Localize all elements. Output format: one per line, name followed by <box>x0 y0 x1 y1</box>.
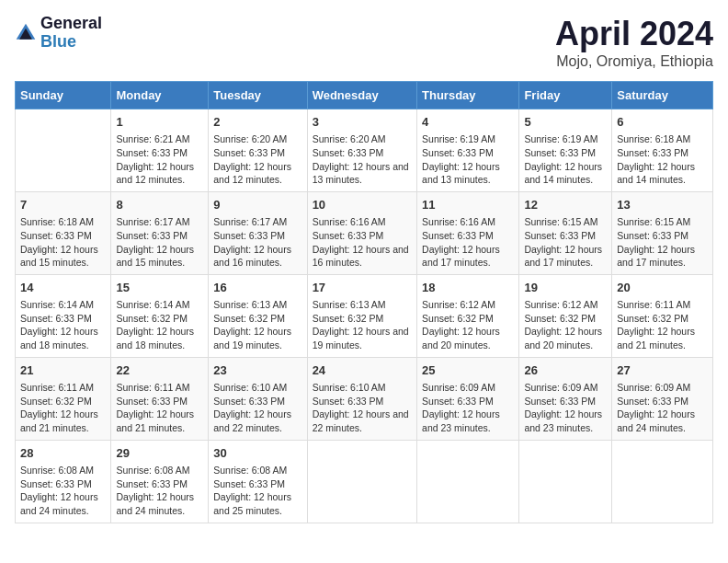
week-row-3: 14Sunrise: 6:14 AMSunset: 6:33 PMDayligh… <box>16 274 713 357</box>
calendar-cell: 24Sunrise: 6:10 AMSunset: 6:33 PMDayligh… <box>307 357 416 440</box>
day-number: 20 <box>617 280 708 296</box>
logo: General Blue <box>15 15 102 52</box>
calendar-header-row: SundayMondayTuesdayWednesdayThursdayFrid… <box>16 82 713 109</box>
page-title: April 2024 <box>555 15 713 53</box>
day-info: Sunrise: 6:10 AMSunset: 6:33 PMDaylight:… <box>313 381 412 435</box>
day-number: 6 <box>617 114 708 131</box>
week-row-4: 21Sunrise: 6:11 AMSunset: 6:32 PMDayligh… <box>16 357 713 440</box>
day-number: 24 <box>313 362 412 379</box>
calendar-cell: 22Sunrise: 6:11 AMSunset: 6:33 PMDayligh… <box>111 357 209 440</box>
week-row-1: 1Sunrise: 6:21 AMSunset: 6:33 PMDaylight… <box>16 109 713 192</box>
day-info: Sunrise: 6:09 AMSunset: 6:33 PMDaylight:… <box>422 381 514 435</box>
calendar-cell <box>307 440 416 523</box>
week-row-2: 7Sunrise: 6:18 AMSunset: 6:33 PMDaylight… <box>16 191 713 274</box>
calendar-cell: 13Sunrise: 6:15 AMSunset: 6:33 PMDayligh… <box>612 191 713 274</box>
day-number: 29 <box>116 445 203 462</box>
day-info: Sunrise: 6:20 AMSunset: 6:33 PMDaylight:… <box>313 132 412 187</box>
day-info: Sunrise: 6:08 AMSunset: 6:33 PMDaylight:… <box>116 464 203 518</box>
day-number: 15 <box>116 280 203 296</box>
day-number: 4 <box>422 114 514 131</box>
day-number: 2 <box>213 114 301 131</box>
day-info: Sunrise: 6:15 AMSunset: 6:33 PMDaylight:… <box>524 215 607 270</box>
calendar-table: SundayMondayTuesdayWednesdayThursdayFrid… <box>15 81 713 523</box>
calendar-cell: 28Sunrise: 6:08 AMSunset: 6:33 PMDayligh… <box>16 440 111 523</box>
col-header-saturday: Saturday <box>612 82 713 109</box>
day-info: Sunrise: 6:08 AMSunset: 6:33 PMDaylight:… <box>20 464 106 518</box>
day-info: Sunrise: 6:19 AMSunset: 6:33 PMDaylight:… <box>524 132 607 187</box>
col-header-monday: Monday <box>111 82 209 109</box>
day-info: Sunrise: 6:17 AMSunset: 6:33 PMDaylight:… <box>116 215 203 270</box>
day-info: Sunrise: 6:15 AMSunset: 6:33 PMDaylight:… <box>617 215 708 270</box>
day-number: 26 <box>524 362 607 379</box>
day-info: Sunrise: 6:17 AMSunset: 6:33 PMDaylight:… <box>213 215 301 270</box>
week-row-5: 28Sunrise: 6:08 AMSunset: 6:33 PMDayligh… <box>16 440 713 523</box>
calendar-cell: 1Sunrise: 6:21 AMSunset: 6:33 PMDaylight… <box>111 109 209 192</box>
calendar-cell: 5Sunrise: 6:19 AMSunset: 6:33 PMDaylight… <box>519 109 612 192</box>
day-info: Sunrise: 6:11 AMSunset: 6:32 PMDaylight:… <box>617 298 708 352</box>
title-block: April 2024 Mojo, Oromiya, Ethiopia <box>555 15 713 70</box>
day-info: Sunrise: 6:11 AMSunset: 6:33 PMDaylight:… <box>116 381 203 435</box>
calendar-cell: 30Sunrise: 6:08 AMSunset: 6:33 PMDayligh… <box>209 440 307 523</box>
calendar-cell <box>519 440 612 523</box>
day-info: Sunrise: 6:21 AMSunset: 6:33 PMDaylight:… <box>116 132 203 187</box>
calendar-cell: 20Sunrise: 6:11 AMSunset: 6:32 PMDayligh… <box>612 274 713 357</box>
day-number: 12 <box>524 197 607 213</box>
day-info: Sunrise: 6:09 AMSunset: 6:33 PMDaylight:… <box>617 381 708 435</box>
day-number: 21 <box>20 362 106 379</box>
day-info: Sunrise: 6:16 AMSunset: 6:33 PMDaylight:… <box>422 215 514 270</box>
col-header-thursday: Thursday <box>417 82 519 109</box>
day-number: 8 <box>116 197 203 213</box>
calendar-cell <box>16 109 111 192</box>
day-number: 10 <box>313 197 412 213</box>
day-info: Sunrise: 6:10 AMSunset: 6:33 PMDaylight:… <box>213 381 301 435</box>
calendar-cell: 10Sunrise: 6:16 AMSunset: 6:33 PMDayligh… <box>307 191 416 274</box>
day-number: 11 <box>422 197 514 213</box>
day-number: 5 <box>524 114 607 131</box>
day-number: 22 <box>116 362 203 379</box>
day-info: Sunrise: 6:20 AMSunset: 6:33 PMDaylight:… <box>213 132 301 187</box>
day-info: Sunrise: 6:13 AMSunset: 6:32 PMDaylight:… <box>313 298 412 352</box>
day-info: Sunrise: 6:14 AMSunset: 6:33 PMDaylight:… <box>20 298 106 352</box>
day-number: 9 <box>213 197 301 213</box>
calendar-cell: 25Sunrise: 6:09 AMSunset: 6:33 PMDayligh… <box>417 357 519 440</box>
day-info: Sunrise: 6:18 AMSunset: 6:33 PMDaylight:… <box>20 215 106 270</box>
day-number: 19 <box>524 280 607 296</box>
page-header: General Blue April 2024 Mojo, Oromiya, E… <box>15 15 713 70</box>
calendar-cell: 9Sunrise: 6:17 AMSunset: 6:33 PMDaylight… <box>209 191 307 274</box>
day-number: 1 <box>116 114 203 131</box>
calendar-cell: 27Sunrise: 6:09 AMSunset: 6:33 PMDayligh… <box>612 357 713 440</box>
day-info: Sunrise: 6:08 AMSunset: 6:33 PMDaylight:… <box>213 464 301 518</box>
calendar-cell <box>417 440 519 523</box>
logo-blue: Blue <box>40 33 102 52</box>
day-number: 14 <box>20 280 106 296</box>
day-info: Sunrise: 6:12 AMSunset: 6:32 PMDaylight:… <box>524 298 607 352</box>
col-header-sunday: Sunday <box>16 82 111 109</box>
day-info: Sunrise: 6:13 AMSunset: 6:32 PMDaylight:… <box>213 298 301 352</box>
calendar-cell: 6Sunrise: 6:18 AMSunset: 6:33 PMDaylight… <box>612 109 713 192</box>
day-number: 23 <box>213 362 301 379</box>
calendar-cell: 26Sunrise: 6:09 AMSunset: 6:33 PMDayligh… <box>519 357 612 440</box>
logo-icon <box>15 22 37 44</box>
day-info: Sunrise: 6:14 AMSunset: 6:32 PMDaylight:… <box>116 298 203 352</box>
day-info: Sunrise: 6:19 AMSunset: 6:33 PMDaylight:… <box>422 132 514 187</box>
calendar-cell: 7Sunrise: 6:18 AMSunset: 6:33 PMDaylight… <box>16 191 111 274</box>
day-number: 30 <box>213 445 301 462</box>
day-info: Sunrise: 6:12 AMSunset: 6:32 PMDaylight:… <box>422 298 514 352</box>
day-info: Sunrise: 6:16 AMSunset: 6:33 PMDaylight:… <box>313 215 412 270</box>
calendar-cell <box>612 440 713 523</box>
calendar-cell: 29Sunrise: 6:08 AMSunset: 6:33 PMDayligh… <box>111 440 209 523</box>
calendar-cell: 17Sunrise: 6:13 AMSunset: 6:32 PMDayligh… <box>307 274 416 357</box>
calendar-cell: 14Sunrise: 6:14 AMSunset: 6:33 PMDayligh… <box>16 274 111 357</box>
calendar-cell: 12Sunrise: 6:15 AMSunset: 6:33 PMDayligh… <box>519 191 612 274</box>
calendar-cell: 15Sunrise: 6:14 AMSunset: 6:32 PMDayligh… <box>111 274 209 357</box>
calendar-cell: 18Sunrise: 6:12 AMSunset: 6:32 PMDayligh… <box>417 274 519 357</box>
day-number: 3 <box>313 114 412 131</box>
calendar-cell: 21Sunrise: 6:11 AMSunset: 6:32 PMDayligh… <box>16 357 111 440</box>
calendar-cell: 4Sunrise: 6:19 AMSunset: 6:33 PMDaylight… <box>417 109 519 192</box>
day-info: Sunrise: 6:18 AMSunset: 6:33 PMDaylight:… <box>617 132 708 187</box>
calendar-cell: 3Sunrise: 6:20 AMSunset: 6:33 PMDaylight… <box>307 109 416 192</box>
col-header-wednesday: Wednesday <box>307 82 416 109</box>
day-number: 7 <box>20 197 106 213</box>
col-header-tuesday: Tuesday <box>209 82 307 109</box>
calendar-cell: 8Sunrise: 6:17 AMSunset: 6:33 PMDaylight… <box>111 191 209 274</box>
